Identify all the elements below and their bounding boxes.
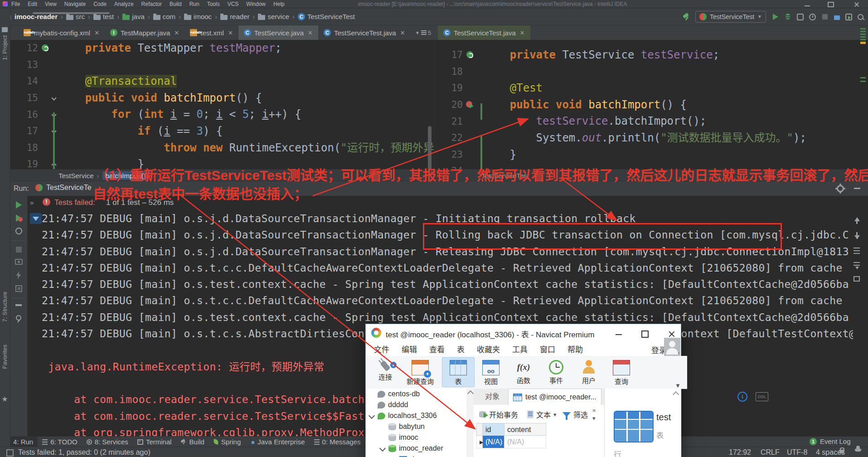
tool-window-button-Spring[interactable]: Spring — [209, 437, 245, 447]
navicat-tool-查询[interactable]: 查询 — [605, 357, 638, 387]
breadcrumb-item-TestServiceTest[interactable]: TestServiceTest — [298, 13, 355, 20]
toggle-auto-test-icon[interactable] — [15, 228, 22, 234]
run-anything-icon[interactable] — [845, 14, 852, 20]
info-icon[interactable]: i — [737, 392, 747, 402]
fold-icon[interactable] — [51, 94, 57, 102]
next-occurrence-icon[interactable] — [853, 232, 860, 239]
tree-item-ddddd[interactable]: ddddd — [366, 399, 466, 410]
navicat-menu-窗口[interactable]: 窗口 — [540, 343, 555, 355]
run-panel-tab[interactable]: TestServiceTe — [35, 184, 92, 192]
run-failed-gutter-icon[interactable] — [466, 101, 475, 108]
rerun-failed-tests-button[interactable] — [15, 214, 23, 222]
menu-item-run[interactable]: Run — [189, 1, 199, 7]
tab-TestServiceTest.java[interactable]: TestServiceTest.java✕ — [438, 25, 530, 40]
tree-item-imooc[interactable]: imooc — [366, 432, 466, 443]
breadcrumb-class[interactable]: TestService — [58, 172, 94, 180]
navicat-tool-连接[interactable]: 连接 — [372, 357, 398, 387]
tab-TestServiceTest.java[interactable]: TestServiceTest.java✕ — [318, 25, 411, 40]
breadcrumb-item-java[interactable]: java — [122, 13, 145, 20]
close-icon[interactable]: ✕ — [228, 29, 233, 36]
tree-item-centos-db[interactable]: centos-db — [366, 389, 466, 399]
begin-transaction-button[interactable]: 开始事务 — [479, 409, 518, 420]
file-encoding[interactable]: UTF-8 — [787, 448, 807, 457]
grid-header-id[interactable]: id — [483, 423, 504, 436]
grid-cell[interactable]: (N/A) — [504, 436, 546, 448]
navicat-tool-函数[interactable]: 函数 — [507, 357, 540, 387]
lock-icon[interactable] — [839, 450, 844, 453]
tool-window-button-0: Messages[interactable]: 0: Messages — [310, 437, 365, 447]
text-view-button[interactable]: 文本 ▾ — [527, 409, 557, 420]
minimize-icon[interactable] — [616, 334, 622, 335]
run-button[interactable] — [771, 13, 779, 20]
layout-settings-icon[interactable] — [15, 304, 22, 309]
navicat-menu-表[interactable]: 表 — [457, 343, 465, 355]
editor-pane-right[interactable]: 17 private TestService testService;1819 … — [434, 40, 868, 169]
navicat-tool-视图[interactable]: 视图 — [475, 357, 507, 387]
tab-test.xml[interactable]: test.xml✕ — [184, 25, 238, 40]
test-history-icon[interactable] — [15, 259, 23, 265]
editor-pane-left[interactable]: 12 private TestMapper testMapper;1314 @T… — [10, 40, 434, 169]
bean-gutter-icon[interactable] — [41, 44, 51, 52]
navicat-menu-帮助[interactable]: 帮助 — [567, 343, 583, 355]
tool-label-structure[interactable]: 7: Structure — [1, 292, 8, 322]
table-icon[interactable] — [614, 411, 654, 442]
line-separator[interactable]: CRLF — [761, 448, 780, 457]
menu-item-tools[interactable]: Tools — [207, 1, 220, 7]
close-icon[interactable]: ✕ — [308, 29, 313, 36]
minimize-icon[interactable] — [805, 2, 810, 6]
build-icon[interactable] — [15, 271, 23, 279]
build-hammer-icon[interactable] — [683, 13, 690, 20]
highlighting-level-icon[interactable] — [855, 449, 861, 452]
tool-window-button-Build[interactable]: Build — [176, 437, 209, 447]
close-icon[interactable]: ✕ — [94, 29, 99, 36]
navicat-tool-事件[interactable]: 事件 — [540, 357, 572, 387]
tool-label-favorites[interactable]: Favorites — [1, 345, 8, 369]
caret-position[interactable]: 172:92 — [729, 448, 751, 457]
filter-button[interactable]: 筛选 — [563, 409, 588, 420]
chevron-down-icon[interactable]: ▾ — [592, 415, 596, 422]
menu-item-refactor[interactable]: Refactor — [141, 1, 162, 7]
tool-window-button-Terminal[interactable]: Terminal — [133, 437, 176, 447]
tab-objects[interactable]: 对象 — [476, 389, 508, 405]
tree-item-localhost_3306[interactable]: localhost_3306 — [366, 410, 466, 421]
ddl-icon[interactable]: DDL — [756, 392, 768, 401]
chevron-down-icon[interactable] — [369, 413, 375, 419]
scroll-up-icon[interactable] — [673, 391, 679, 398]
navicat-menu-工具[interactable]: 工具 — [512, 343, 528, 355]
breadcrumb-item-service[interactable]: service — [258, 13, 289, 20]
debug-button[interactable] — [784, 13, 791, 20]
breadcrumb-class-right[interactable]: TestServiceTest — [481, 172, 529, 180]
tree-item-表[interactable]: 表 — [366, 454, 466, 457]
prev-occurrence-icon[interactable] — [853, 217, 860, 224]
breadcrumb-item-imooc[interactable]: imooc — [184, 13, 212, 20]
hidden-tabs-button[interactable]: ▼5 — [415, 25, 431, 40]
close-icon[interactable]: ✕ — [520, 29, 525, 36]
tree-item-imooc_reader[interactable]: imooc_reader — [366, 443, 466, 454]
gear-icon[interactable] — [837, 185, 844, 192]
menu-item-navigate[interactable]: Navigate — [64, 1, 86, 7]
tool-window-button-6: TODO[interactable]: 6: TODO — [38, 437, 82, 447]
grid-cell[interactable]: (N/A) — [483, 436, 504, 448]
navicat-tool-表[interactable]: 表 — [442, 357, 475, 387]
run-configuration-select[interactable]: TestServiceTest ▼ — [695, 11, 766, 23]
menu-item-file[interactable]: File — [11, 1, 20, 7]
pin-tab-icon[interactable] — [16, 315, 21, 321]
menu-item-edit[interactable]: Edit — [28, 1, 37, 7]
forward-icon[interactable]: » — [30, 199, 34, 206]
hide-panel-icon[interactable] — [854, 188, 860, 189]
navicat-menu-编辑[interactable]: 编辑 — [402, 343, 417, 355]
rerun-button[interactable] — [15, 200, 23, 209]
menu-item-analyze[interactable]: Analyze — [114, 1, 134, 7]
scroll-down-icon[interactable] — [30, 213, 42, 224]
navicat-tool-新建查询[interactable]: 新建查询 — [398, 357, 442, 387]
navicat-tool-用户[interactable]: 用户 — [572, 357, 605, 387]
menu-item-window[interactable]: Window — [246, 1, 266, 7]
menu-item-view[interactable]: View — [45, 1, 57, 7]
close-icon[interactable]: ✕ — [400, 29, 405, 36]
chevron-down-icon[interactable]: ▼ — [675, 382, 681, 389]
tree-scrollbar[interactable] — [466, 389, 474, 457]
tool-window-button-8: Services[interactable]: 8: Services — [82, 437, 133, 447]
tool-window-button-Java Enterprise[interactable]: Java Enterprise — [245, 437, 309, 447]
tree-item-babytun[interactable]: babytun — [366, 421, 466, 432]
event-log-button[interactable]: 1 Event Log — [810, 436, 851, 447]
